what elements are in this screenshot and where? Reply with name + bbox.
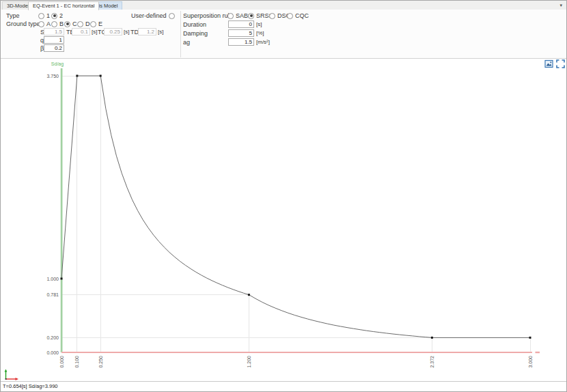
- statusbar-divider: [1, 381, 566, 382]
- superposition-rule-label: Superposition rule: [183, 12, 233, 19]
- svg-text:1.000: 1.000: [46, 277, 59, 281]
- svg-text:0.000: 0.000: [46, 350, 59, 355]
- radio-label: A: [46, 20, 51, 27]
- type-radio-2[interactable]: 2: [51, 12, 63, 19]
- radio-circle: [64, 21, 70, 27]
- beta-input[interactable]: [44, 44, 64, 52]
- radio-label: 2: [59, 12, 63, 19]
- svg-text:0.250: 0.250: [98, 356, 103, 368]
- tb-input[interactable]: [72, 28, 90, 36]
- radio-circle: [51, 13, 57, 19]
- ag-unit: [m/s²]: [256, 39, 270, 46]
- panel-divider: [180, 11, 181, 57]
- td-input[interactable]: [138, 28, 156, 36]
- ground-radio-a[interactable]: A: [38, 20, 51, 27]
- radio-circle: [77, 21, 83, 27]
- superposition-radio-cqc[interactable]: CQC: [287, 12, 309, 19]
- tc-unit: [s]: [124, 29, 129, 36]
- settings-panel: Type 1 2 User-defined Ground type A B C: [1, 10, 566, 59]
- tab-eq-event-1-ec-horizontal[interactable]: EQ-Event 1 - EC horizontal: [28, 1, 99, 10]
- radio-circle: [169, 13, 175, 19]
- radio-label: B: [59, 20, 64, 27]
- svg-text:0.000: 0.000: [59, 356, 64, 368]
- application-window: 3D-Model EQ-Event 1 - EC horizontal Anal…: [0, 0, 567, 392]
- user-defined-radio[interactable]: User-defined: [131, 12, 175, 19]
- type-radio-1[interactable]: 1: [38, 12, 50, 19]
- response-spectrum-chart[interactable]: 3.7501.0000.7810.2000.0000.0000.1000.250…: [1, 59, 567, 381]
- svg-text:3.000: 3.000: [528, 356, 533, 368]
- axes-orientation-icon: [3, 369, 20, 381]
- ag-label: ag: [183, 39, 190, 46]
- svg-text:1.200: 1.200: [247, 356, 251, 368]
- radio-label: 1: [46, 12, 50, 19]
- radio-circle: [38, 13, 44, 19]
- tick-labels: 3.7501.0000.7810.2000.0000.0000.1000.250…: [46, 74, 532, 368]
- radio-circle: [287, 13, 293, 19]
- td-unit: [s]: [158, 29, 163, 36]
- radio-label: C: [72, 20, 77, 27]
- tab-overflow-icon[interactable]: ▾: [559, 2, 562, 9]
- radio-circle: [38, 21, 44, 27]
- chart-toolbar: [544, 59, 565, 68]
- tc-input[interactable]: [104, 28, 122, 36]
- gridlines: [61, 76, 530, 352]
- svg-text:2.372: 2.372: [430, 356, 434, 368]
- axes: [61, 68, 540, 353]
- duration-input[interactable]: [228, 20, 254, 28]
- radio-label: CQC: [295, 12, 309, 19]
- ground-radio-e[interactable]: E: [90, 20, 102, 27]
- type-label: Type: [6, 12, 20, 19]
- export-image-icon[interactable]: [544, 59, 553, 68]
- damping-input[interactable]: [228, 29, 254, 37]
- x-axis-end-marker: [536, 352, 540, 353]
- radio-circle: [248, 13, 254, 19]
- radio-circle: [227, 13, 234, 19]
- q-input[interactable]: [44, 36, 64, 44]
- duration-unit: [s]: [256, 21, 262, 28]
- svg-text:3.750: 3.750: [46, 74, 59, 79]
- svg-text:0.781: 0.781: [46, 292, 59, 297]
- ground-radio-d[interactable]: D: [77, 20, 90, 27]
- ground-type-label: Ground type: [6, 20, 40, 27]
- chart-area[interactable]: 3.7501.0000.7810.2000.0000.0000.1000.250…: [1, 59, 567, 381]
- tab-bar: 3D-Model EQ-Event 1 - EC horizontal Anal…: [1, 1, 566, 10]
- radio-label: User-defined: [131, 12, 167, 19]
- svg-text:0.100: 0.100: [74, 356, 79, 368]
- radio-label: E: [98, 20, 102, 27]
- ground-radio-b[interactable]: B: [51, 20, 64, 27]
- duration-label: Duration: [183, 21, 206, 28]
- radio-label: D: [85, 20, 90, 27]
- tb-unit: [s]: [92, 29, 97, 36]
- y-axis-title: Sd/ag: [51, 61, 64, 67]
- radio-circle: [269, 13, 275, 19]
- spectrum-curve: [61, 76, 530, 337]
- cursor-readout: T=0.654[s] Sd/ag=3.990: [3, 383, 57, 390]
- radio-circle: [90, 21, 96, 27]
- fullscreen-icon[interactable]: [556, 59, 565, 68]
- damping-unit: [%]: [256, 30, 264, 37]
- svg-text:0.200: 0.200: [46, 335, 59, 340]
- ground-radio-c[interactable]: C: [64, 20, 77, 27]
- s-input[interactable]: [44, 28, 64, 36]
- data-point-markers: [61, 75, 531, 339]
- ag-input[interactable]: [228, 38, 254, 46]
- damping-label: Damping: [183, 30, 208, 37]
- radio-circle: [51, 21, 57, 27]
